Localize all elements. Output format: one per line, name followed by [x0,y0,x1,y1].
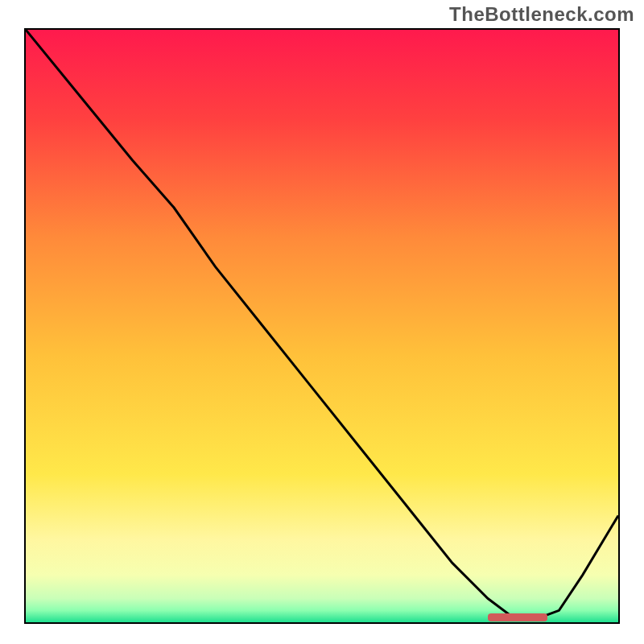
watermark-text: TheBottleneck.com [449,3,634,26]
bottleneck-marker [488,613,547,621]
chart-container: TheBottleneck.com [0,0,644,644]
plot-area [24,28,620,624]
chart-line [26,30,618,622]
